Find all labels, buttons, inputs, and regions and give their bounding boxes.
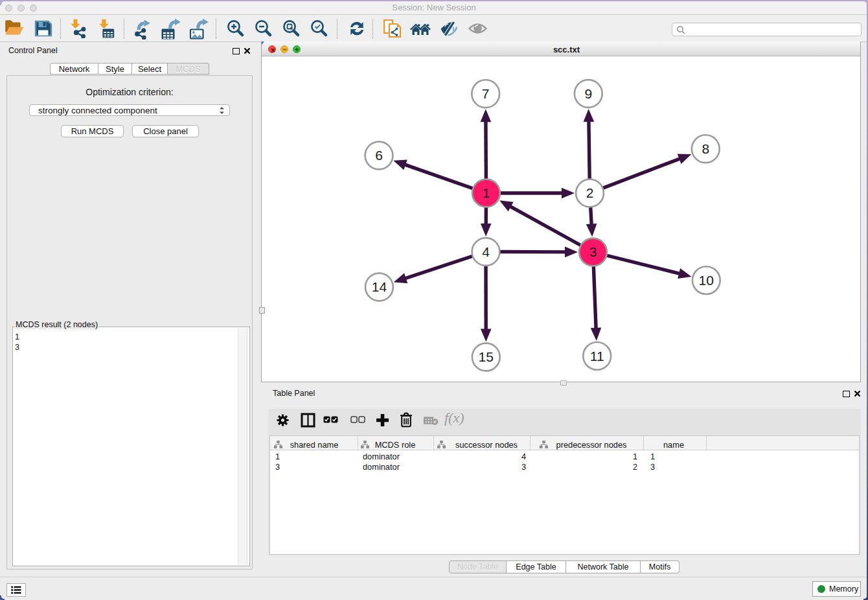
svg-text:14: 14 bbox=[372, 279, 387, 294]
svg-text:4: 4 bbox=[482, 244, 490, 259]
svg-text:6: 6 bbox=[375, 148, 383, 163]
svg-text:2: 2 bbox=[586, 185, 594, 200]
svg-text:7: 7 bbox=[482, 86, 490, 101]
svg-text:11: 11 bbox=[590, 349, 604, 363]
svg-text:1: 1 bbox=[483, 185, 490, 200]
svg-text:15: 15 bbox=[479, 349, 494, 364]
svg-text:10: 10 bbox=[699, 273, 714, 288]
svg-text:8: 8 bbox=[702, 141, 709, 156]
svg-text:9: 9 bbox=[584, 86, 592, 101]
svg-text:3: 3 bbox=[589, 244, 597, 259]
